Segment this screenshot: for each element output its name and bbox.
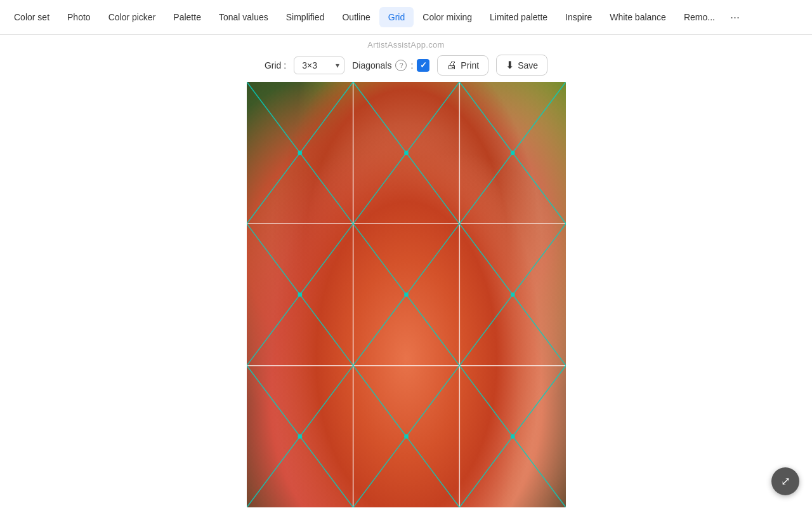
watermark: ArtistAssistApp.com [367,40,444,50]
fullscreen-icon: ⤢ [781,474,790,488]
nav-item-color-set[interactable]: Color set [5,7,58,27]
nav-more-button[interactable]: ··· [724,6,746,29]
save-button[interactable]: ⬇ Save [496,55,547,76]
nav-item-limited-palette[interactable]: Limited palette [481,7,556,27]
nav-item-photo[interactable]: Photo [58,7,100,27]
print-label: Print [461,60,479,70]
nav-item-tonal-values[interactable]: Tonal values [210,7,277,27]
flower-image [247,82,566,507]
fullscreen-button[interactable]: ⤢ [771,467,799,495]
nav-item-remove[interactable]: Remo... [675,7,724,27]
checkbox-check-icon: ✓ [420,60,427,70]
navbar: const navData = JSON.parse(document.getE… [0,0,812,35]
image-container [247,82,566,507]
nav-item-color-picker[interactable]: Color picker [100,7,165,27]
grid-select[interactable]: 3×3 2×2 4×4 6×6 [294,57,344,74]
grid-label: Grid : [265,60,286,70]
print-button[interactable]: 🖨 Print [437,55,488,76]
diagonals-label: Diagonals [352,60,391,70]
diagonals-checkbox[interactable]: ✓ [417,59,429,72]
save-icon: ⬇ [506,59,514,71]
nav-item-simplified[interactable]: Simplified [277,7,334,27]
help-icon[interactable]: ? [395,60,407,71]
save-label: Save [518,60,538,70]
main-content: ArtistAssistApp.com Grid : 3×3 2×2 4×4 6… [0,35,812,507]
nav-item-inspire[interactable]: Inspire [556,7,601,27]
nav-item-outline[interactable]: Outline [333,7,379,27]
print-icon: 🖨 [447,60,457,71]
toolbar: Grid : 3×3 2×2 4×4 6×6 ▾ Diagonals ? : ✓… [265,55,547,76]
nav-item-grid[interactable]: Grid [379,7,414,27]
grid-select-wrapper: 3×3 2×2 4×4 6×6 ▾ [294,57,344,74]
nav-item-color-mixing[interactable]: Color mixing [414,7,481,27]
nav-item-white-balance[interactable]: White balance [601,7,675,27]
nav-item-palette[interactable]: Palette [164,7,210,27]
diagonals-group: Diagonals ? : ✓ [352,59,429,72]
